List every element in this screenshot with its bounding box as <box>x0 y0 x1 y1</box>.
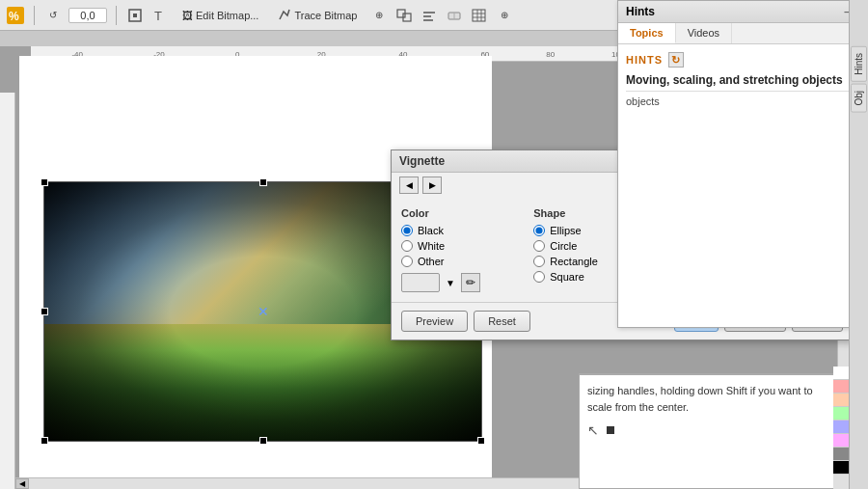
hints-tabs: Topics Videos <box>618 23 867 44</box>
color-black-label: Black <box>418 225 444 236</box>
more-tools-icon[interactable]: ⊕ <box>369 6 389 25</box>
eraser-icon[interactable] <box>445 6 464 25</box>
preview-button[interactable]: Preview <box>401 311 468 332</box>
color-picker-row: ▼ ✏ <box>401 273 519 292</box>
trace-bitmap-label: Trace Bitmap <box>294 10 357 21</box>
sidebar-tab-hints[interactable]: Hints <box>851 46 867 82</box>
color-radio-group: Black White Other <box>401 225 519 267</box>
color-other-label: Other <box>418 256 445 267</box>
swatch-light-red[interactable] <box>833 380 849 394</box>
color-other-radio[interactable] <box>401 256 413 267</box>
handle-middle-left[interactable] <box>41 308 48 315</box>
hints-bottom-text: sizing handles, holding down Shift if yo… <box>587 383 840 415</box>
shape-rectangle-radio[interactable] <box>533 256 545 267</box>
color-white-option[interactable]: White <box>401 240 519 252</box>
nav-prev-button[interactable]: ◀ <box>399 177 419 194</box>
hints-section-label: HINTS ↻ <box>626 52 859 68</box>
color-palette <box>833 367 849 489</box>
color-white-label: White <box>418 240 445 252</box>
shape-ellipse-radio[interactable] <box>533 225 545 236</box>
hints-content: HINTS ↻ Moving, scaling, and stretching … <box>618 44 867 312</box>
color-white-radio[interactable] <box>401 240 413 252</box>
shape-square-radio[interactable] <box>533 271 545 283</box>
hints-body-text: sizing handles, holding down Shift if yo… <box>587 385 813 413</box>
shape-square-label: Square <box>550 271 583 283</box>
hints-panel: Hints − × Topics Videos HINTS ↻ Moving, … <box>617 0 868 328</box>
swatch-light-green[interactable] <box>833 407 849 421</box>
hints-bottom-panel: sizing handles, holding down Shift if yo… <box>579 373 849 489</box>
separator-1 <box>34 6 35 25</box>
cursor-icon: ↖ <box>587 422 599 438</box>
color-other-option[interactable]: Other <box>401 256 519 267</box>
swatch-light-orange[interactable] <box>833 394 849 407</box>
handle-indicator <box>607 426 614 434</box>
node-tool-icon[interactable] <box>125 6 145 25</box>
svg-text:T: T <box>154 9 162 23</box>
handle-bottom-center[interactable] <box>259 437 267 445</box>
hints-title-bar: Hints − × <box>618 1 867 23</box>
ruler-vertical <box>0 93 15 489</box>
eyedropper-button[interactable]: ✏ <box>461 273 480 292</box>
add-icon[interactable]: ⊕ <box>495 6 514 25</box>
color-section-title: Color <box>401 207 519 219</box>
align-icon[interactable] <box>420 6 439 25</box>
handle-top-left[interactable] <box>41 178 48 186</box>
grid-icon[interactable] <box>470 6 489 25</box>
logo-icon: % <box>6 6 25 25</box>
handle-bottom-left[interactable] <box>41 437 48 445</box>
shape-circle-radio[interactable] <box>533 240 545 252</box>
swatch-black[interactable] <box>833 461 849 475</box>
swatch-light-blue[interactable] <box>833 421 849 434</box>
edit-bitmap-label: Edit Bitmap... <box>196 10 258 21</box>
hints-diagram: ↖ <box>587 422 840 438</box>
right-sidebar: Hints Obj <box>849 0 868 489</box>
swatch-light-purple[interactable] <box>833 434 849 448</box>
swatch-gray[interactable] <box>833 448 849 461</box>
edit-bitmap-button[interactable]: 🖼 Edit Bitmap... <box>176 7 265 24</box>
svg-rect-3 <box>133 14 137 17</box>
scroll-left-button[interactable]: ◀ <box>15 478 29 489</box>
hints-title: Hints <box>626 5 655 18</box>
left-buttons: Preview Reset <box>401 311 530 332</box>
handle-top-center[interactable] <box>259 178 267 186</box>
transform-icon[interactable] <box>394 6 414 25</box>
hints-heading: Moving, scaling, and stretching objects <box>626 73 859 87</box>
trace-bitmap-button[interactable]: Trace Bitmap <box>271 5 364 26</box>
crosshair-icon: ✕ <box>258 304 269 319</box>
color-black-option[interactable]: Black <box>401 225 519 236</box>
edit-bitmap-icon: 🖼 <box>182 10 193 21</box>
hints-subtext: objects <box>626 91 859 107</box>
tab-topics[interactable]: Topics <box>618 23 676 43</box>
undo-icon[interactable]: ↺ <box>43 6 63 25</box>
color-dropdown-arrow[interactable]: ▼ <box>444 278 457 288</box>
vignette-title-text: Vignette <box>399 154 445 168</box>
text-tool-icon[interactable]: T <box>150 6 170 25</box>
sidebar-tab-other[interactable]: Obj <box>851 84 867 113</box>
trace-bitmap-icon <box>278 8 291 23</box>
tab-videos[interactable]: Videos <box>676 23 732 43</box>
handle-bottom-right[interactable] <box>477 437 485 445</box>
nav-next-button[interactable]: ▶ <box>422 177 442 194</box>
color-swatch[interactable] <box>401 273 440 292</box>
shape-rectangle-label: Rectangle <box>550 256 598 267</box>
separator-2 <box>116 6 117 25</box>
color-section: Color Black White Other ▼ ✏ <box>401 207 519 292</box>
color-black-radio[interactable] <box>401 225 413 236</box>
svg-rect-12 <box>473 10 485 21</box>
reset-button[interactable]: Reset <box>474 311 530 332</box>
coordinates-display: 0,0 <box>68 8 107 23</box>
swatch-white[interactable] <box>833 367 849 380</box>
shape-circle-label: Circle <box>550 240 577 252</box>
svg-text:%: % <box>9 10 19 23</box>
hints-refresh-button[interactable]: ↻ <box>668 52 684 68</box>
shape-ellipse-label: Ellipse <box>550 225 581 236</box>
